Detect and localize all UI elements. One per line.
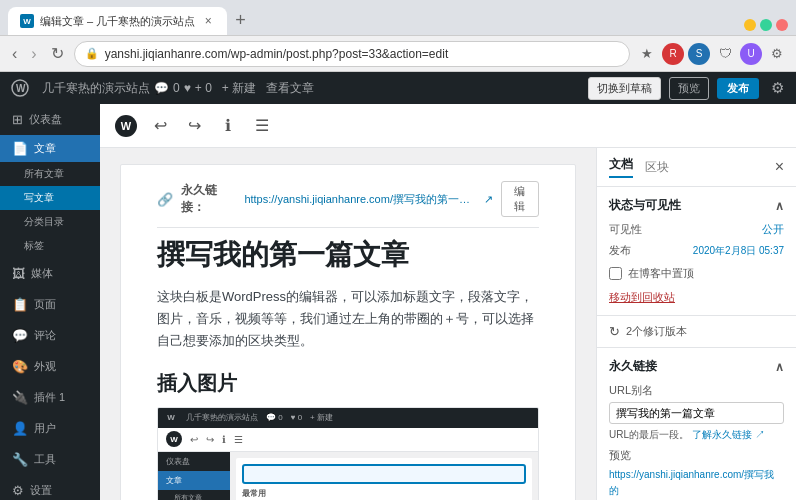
section-title-permalink[interactable]: 永久链接 ∧ (609, 358, 784, 375)
nested-wp-icon: W (164, 411, 178, 425)
tab-block[interactable]: 区块 (645, 159, 669, 176)
info-btn[interactable]: ℹ (214, 112, 242, 140)
nested-logo-icon: W (166, 431, 182, 447)
nested-menu-label: 最常用 (242, 484, 526, 500)
browser-settings-icon[interactable]: ⚙ (766, 43, 788, 65)
editor-settings-btn[interactable]: ⚙ (767, 77, 788, 99)
new-tab-button[interactable]: + (229, 10, 252, 31)
sidebar-label-media: 媒体 (31, 266, 53, 281)
tab-doc[interactable]: 文档 (609, 156, 633, 178)
visibility-value[interactable]: 公开 (762, 222, 784, 237)
permalink-label: 永久链接： (181, 182, 236, 216)
active-tab[interactable]: W 编辑文章 – 几千寒热的演示站点 × (8, 7, 227, 35)
panel-section-revisions: ↻ 2个修订版本 (597, 316, 796, 348)
nav-forward-btn[interactable]: › (27, 43, 40, 65)
panel-close-btn[interactable]: × (775, 158, 784, 176)
sidebar-item-users[interactable]: 👤 用户 (0, 413, 100, 444)
search-block-input[interactable] (242, 464, 526, 484)
switch-to-draft-btn[interactable]: 切换到草稿 (588, 77, 661, 100)
sidebar-item-appearance[interactable]: 🎨 外观 (0, 351, 100, 382)
sidebar-item-all-posts[interactable]: 所有文章 (0, 162, 100, 186)
nav-back-btn[interactable]: ‹ (8, 43, 21, 65)
sidebar-label-new-post: 写文章 (24, 192, 54, 203)
window-minimize[interactable] (744, 19, 756, 31)
sidebar-item-categories[interactable]: 分类目录 (0, 210, 100, 234)
nested-comments-icon: 💬 0 (266, 413, 283, 422)
section-title-visibility[interactable]: 状态与可见性 ∧ (609, 197, 784, 214)
publish-value[interactable]: 2020年2月8日 05:37 (693, 244, 784, 258)
sidebar-label-all-posts: 所有文章 (24, 168, 64, 179)
window-maximize[interactable] (760, 19, 772, 31)
revisions-icon: ↻ (609, 324, 620, 339)
publish-btn[interactable]: 发布 (717, 78, 759, 99)
learn-more-link[interactable]: 了解永久链接 ↗ (692, 429, 765, 440)
permalink-preview-label: 预览 (609, 448, 784, 463)
extension-icon-2[interactable]: S (688, 43, 710, 65)
visibility-chevron-icon: ∧ (775, 199, 784, 213)
move-to-trash-btn[interactable]: 移动到回收站 (609, 290, 675, 305)
permalink-chevron-icon: ∧ (775, 360, 784, 374)
permalink-link[interactable]: https://yanshi.jiqianhanre.com/撰写我的第一篇文章… (244, 192, 475, 207)
nested-sidebar: 仪表盘 文章 所有文章 写文章 分类目录 标签 (158, 452, 230, 500)
tab-title: 编辑文章 – 几千寒热的演示站点 (40, 14, 195, 29)
visibility-label: 可见性 (609, 222, 642, 237)
address-bar[interactable]: 🔒 yanshi.jiqianhanre.com/wp-admin/post.p… (74, 41, 630, 67)
url-alias-input[interactable] (609, 402, 784, 424)
svg-text:W: W (16, 83, 26, 94)
undo-btn[interactable]: ↩ (146, 112, 174, 140)
permalink-edit-btn[interactable]: 编辑 (501, 181, 539, 217)
appearance-icon: 🎨 (12, 359, 28, 374)
sidebar-label-posts: 文章 (34, 141, 56, 156)
external-link-icon: ↗ (484, 193, 493, 206)
redo-btn[interactable]: ↪ (180, 112, 208, 140)
panel-header: 文档 区块 × (597, 148, 796, 187)
permalink-preview-url[interactable]: https://yanshi.jiqianhanre.com/撰写我的一篇文章/… (609, 469, 774, 500)
sidebar-label-categories: 分类目录 (24, 216, 64, 227)
wp-toolbar-logo-btn[interactable]: W (112, 112, 140, 140)
sticky-checkbox[interactable] (609, 267, 622, 280)
nested-info-icon: ℹ (222, 434, 226, 445)
sidebar-label-settings: 设置 (30, 483, 52, 498)
sidebar-item-posts[interactable]: 📄 文章 (0, 135, 100, 162)
nested-redo-icon: ↪ (206, 434, 214, 445)
sidebar-item-pages[interactable]: 📋 页面 (0, 289, 100, 320)
sticky-label: 在博客中置顶 (628, 266, 694, 281)
extension-icon-1[interactable]: R (662, 43, 684, 65)
nested-sidebar-posts: 文章 (158, 471, 230, 490)
sidebar-item-dashboard[interactable]: ⊞ 仪表盘 (0, 104, 100, 135)
browser-chrome: W 编辑文章 – 几千寒热的演示站点 × + (0, 0, 796, 36)
post-title[interactable]: 撰写我的第一篇文章 (157, 238, 539, 272)
sidebar-item-tags[interactable]: 标签 (0, 234, 100, 258)
window-close[interactable] (776, 19, 788, 31)
permalink-bar: 🔗 永久链接： https://yanshi.jiqianhanre.com/撰… (157, 181, 539, 228)
adminbar-new-btn[interactable]: + 新建 (222, 80, 256, 97)
adminbar-comments-count: 0 (173, 81, 180, 95)
insert-heading[interactable]: 插入图片 (157, 370, 539, 397)
extension-icon-3[interactable]: 🛡 (714, 43, 736, 65)
wp-logo-icon: W (11, 79, 29, 97)
sidebar-label-tools: 工具 (34, 452, 56, 467)
tab-close-btn[interactable]: × (201, 14, 215, 28)
adminbar-view-post-btn[interactable]: 查看文章 (266, 80, 314, 97)
editor-area: W ↩ ↪ ℹ ☰ 🔗 永久链接： https://yanshi.jiqianh… (100, 104, 796, 500)
sidebar-item-new-post[interactable]: 写文章 (0, 186, 100, 210)
user-avatar[interactable]: U (740, 43, 762, 65)
wp-logo[interactable]: W (8, 76, 32, 100)
bookmark-icon[interactable]: ★ (636, 43, 658, 65)
sidebar-item-comments[interactable]: 💬 评论 (0, 320, 100, 351)
sidebar-item-media[interactable]: 🖼 媒体 (0, 258, 100, 289)
nav-refresh-btn[interactable]: ↻ (47, 42, 68, 65)
sidebar-item-settings[interactable]: ⚙ 设置 (0, 475, 100, 500)
menu-btn[interactable]: ☰ (248, 112, 276, 140)
publish-label: 发布 (609, 243, 631, 258)
preview-btn[interactable]: 预览 (669, 77, 709, 100)
post-content[interactable]: 这块白板是WordPress的编辑器，可以添加标题文字，段落文字，图片，音乐，视… (157, 286, 539, 352)
pages-icon: 📋 (12, 297, 28, 312)
revisions-row[interactable]: ↻ 2个修订版本 (609, 324, 784, 339)
adminbar-site[interactable]: 几千寒热的演示站点 💬 0 ♥ + 0 (42, 80, 212, 97)
permalink-hint: URL的最后一段。 了解永久链接 ↗ (609, 428, 784, 442)
nested-sidebar-dashboard: 仪表盘 (158, 452, 230, 471)
sidebar-item-plugins[interactable]: 🔌 插件 1 (0, 382, 100, 413)
sidebar-label-appearance: 外观 (34, 359, 56, 374)
sidebar-item-tools[interactable]: 🔧 工具 (0, 444, 100, 475)
